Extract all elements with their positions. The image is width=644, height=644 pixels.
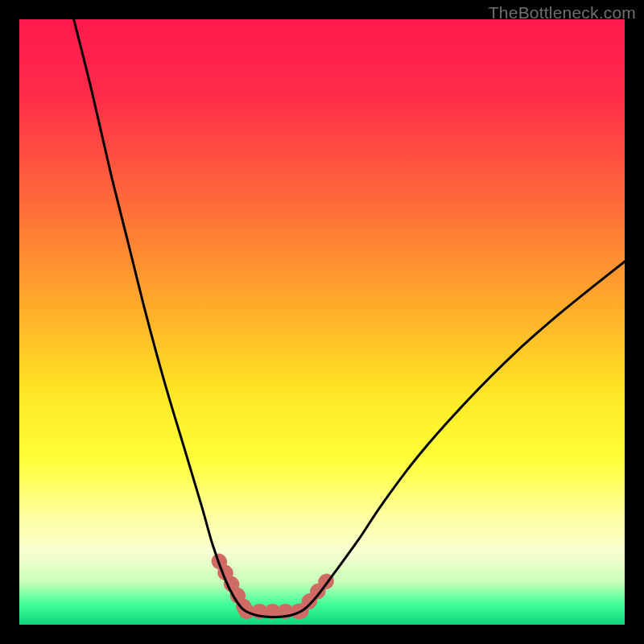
chart-frame — [19, 19, 625, 625]
bottleneck-chart — [19, 19, 625, 625]
watermark-text: TheBottleneck.com — [489, 3, 636, 23]
gradient-background — [19, 19, 625, 625]
